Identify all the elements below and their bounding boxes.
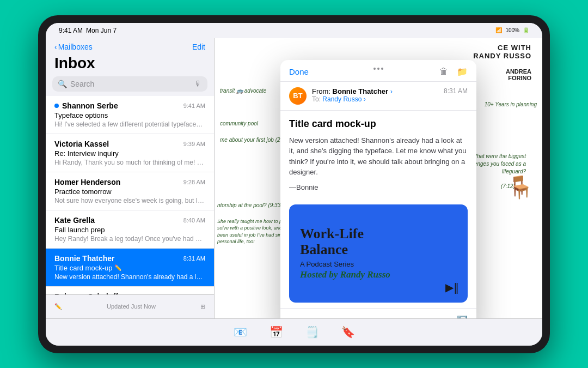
done-button[interactable]: Done [289,67,309,76]
email-subject: Title card mock-up ✏️ [54,264,205,272]
time-display: 9:41 AM [59,27,83,34]
email-time: 9:28 AM [183,179,205,185]
sender-name: Kate Grella [54,216,95,225]
email-time: 9:39 AM [183,141,205,147]
mail-item-selected[interactable]: Bonnie Thatcher 8:31 AM Title card mock-… [46,249,214,287]
avatar-initials: BT [293,92,302,100]
notes-andrea: ANDREA FORINO [506,68,531,81]
notes-panel: CE WITH RANDY RUSSO ANDREA FORINO transi… [215,38,542,318]
status-bar-right: 📶 100% 🔋 [495,27,529,33]
modal-action-icons: 🗑 📁 [439,67,468,77]
dock-notes-icon[interactable]: 🗒️ [302,322,322,342]
status-bar-left: 9:41 AM Mon Jun 7 [59,27,117,34]
modal-bottom-bar: ↩️ [280,308,476,318]
search-bar[interactable]: 🔍 Search 🎙 [52,76,207,92]
mail-sidebar: ‹ Mailboxes Edit Inbox 🔍 Search 🎙 [46,38,215,318]
dock-bookmarks-icon[interactable]: 🔖 [338,322,358,342]
search-placeholder: Search [70,80,94,88]
notes-title-area: CE WITH RANDY RUSSO [473,44,531,60]
ipad-screen: 9:41 AM Mon Jun 7 📶 100% 🔋 ‹ Mailboxes E… [46,23,542,346]
dock-mail-icon[interactable]: 📧 [230,322,250,342]
mail-bottom-bar: ✏️ Updated Just Now ⊞ [46,294,214,318]
email-preview: Hi Randy, Thank you so much for thinking… [54,159,205,166]
email-preview: Not sure how everyone else's week is goi… [54,197,205,204]
email-body: Title card mock-up New version attached!… [280,111,476,199]
date-display: Mon Jun 7 [86,27,117,34]
email-received-time: 8:31 AM [444,87,468,95]
to-name-link[interactable]: Randy Russo › [322,95,365,103]
dock-calendar-icon[interactable]: 📅 [266,322,286,342]
status-bar: 9:41 AM Mon Jun 7 📶 100% 🔋 [46,23,542,38]
notes-text-job: me about your first job (2:34) [220,136,290,144]
mail-item[interactable]: Kate Grella 8:40 AM Fall launch prep Hey… [46,210,214,249]
email-from-section: BT From: Bonnie Thatcher › To: [280,82,476,111]
mail-item[interactable]: Victoria Kassel 9:39 AM Re: Interview in… [46,134,214,172]
notes-text-transit: transit 🚌 advocate [220,87,266,95]
mail-item[interactable]: Shannon Serbe 9:41 AM Typeface options H… [46,96,214,134]
email-subject: Re: Interview inquiry [54,149,205,158]
email-subject: Typeface options [54,111,205,119]
compose-icon[interactable]: ✏️ [54,303,62,310]
dock: 📧 📅 🗒️ 🔖 [46,318,542,346]
email-subject-header: Title card mock-up [289,118,468,130]
battery-icon: 🔋 [523,27,529,33]
from-text: From: [312,87,330,95]
notes-background: CE WITH RANDY RUSSO ANDREA FORINO transi… [215,38,542,318]
sender-name: Bonnie Thatcher [54,254,114,263]
notes-title-ce: CE WITH [473,44,531,52]
podcast-play-button[interactable]: ▶‖ [445,281,459,294]
ipad-frame: 9:41 AM Mon Jun 7 📶 100% 🔋 ‹ Mailboxes E… [38,15,550,353]
notes-text-pool: community pool [220,120,258,128]
mic-icon: 🎙 [194,80,202,88]
wifi-icon: 📶 [495,27,502,33]
sender-name: Shannon Serbe [62,101,118,110]
mail-nav: ‹ Mailboxes Edit [46,38,214,53]
notes-text-mentorship: ntorship at the pool? (9:33) [217,202,283,209]
sender-full-name: Bonnie Thatcher [333,87,389,95]
sender-name: Homer Henderson [54,178,120,186]
mail-item[interactable]: Rebecca Saladoff Yesterday Mic recommend… [46,287,214,294]
modal-top-bar: Done 🗑 📁 [280,60,476,82]
sender-details-link[interactable]: › [390,87,393,95]
podcast-host-line: Hosted by Randy Russo [300,269,457,280]
podcast-card: Work-LifeBalance A Podcast Series Hosted… [289,204,468,303]
notes-title-randy: RANDY RUSSO [473,52,531,60]
email-subject: Fall launch prep [54,226,205,234]
mailboxes-label: Mailboxes [58,43,93,51]
trash-icon[interactable]: 🗑 [439,67,448,77]
email-preview: Hi! I've selected a few different potent… [54,120,205,128]
search-icon: 🔍 [58,80,67,88]
chair-sketch: 🪑 [507,174,534,200]
email-preview: Hey Randy! Break a leg today! Once you'v… [54,235,205,243]
main-content: ‹ Mailboxes Edit Inbox 🔍 Search 🎙 [46,38,542,318]
podcast-subtitle: A Podcast Series [300,260,457,268]
inbox-title: Inbox [46,53,214,76]
notes-text-years: 10+ Years in planning [485,101,537,108]
email-preview: New version attached! Shannon's already … [54,273,205,281]
email-time: 8:31 AM [183,255,205,262]
unread-indicator [54,104,59,108]
email-time: 9:41 AM [183,102,205,109]
to-line: To: Randy Russo › [312,95,438,103]
email-signature: —Bonnie [289,183,468,191]
filter-icon[interactable]: ⊞ [200,303,205,310]
reply-icon[interactable]: ↩️ [457,315,468,318]
email-modal: Done 🗑 📁 [280,60,476,318]
modal-drag-handle [373,68,383,70]
podcast-title: Work-LifeBalance [300,226,457,257]
email-body-text: New version attached! Shannon's already … [289,135,468,178]
mail-item[interactable]: Homer Henderson 9:28 AM Practice tomorro… [46,172,214,210]
sender-name: Victoria Kassel [54,140,109,148]
battery-display: 100% [505,27,519,33]
from-label: From: Bonnie Thatcher › [312,87,438,95]
from-details: From: Bonnie Thatcher › To: Randy Russo … [312,87,438,103]
mailboxes-back-button[interactable]: ‹ Mailboxes [54,43,93,51]
chevron-left-icon: ‹ [54,43,57,51]
edit-button[interactable]: Edit [192,43,205,51]
folder-icon[interactable]: 📁 [457,67,468,77]
mail-list: Shannon Serbe 9:41 AM Typeface options H… [46,96,214,294]
sender-avatar: BT [289,87,307,105]
email-subject: Practice tomorrow [54,188,205,196]
status-text: Updated Just Now [107,303,156,310]
email-time: 8:40 AM [183,217,205,224]
